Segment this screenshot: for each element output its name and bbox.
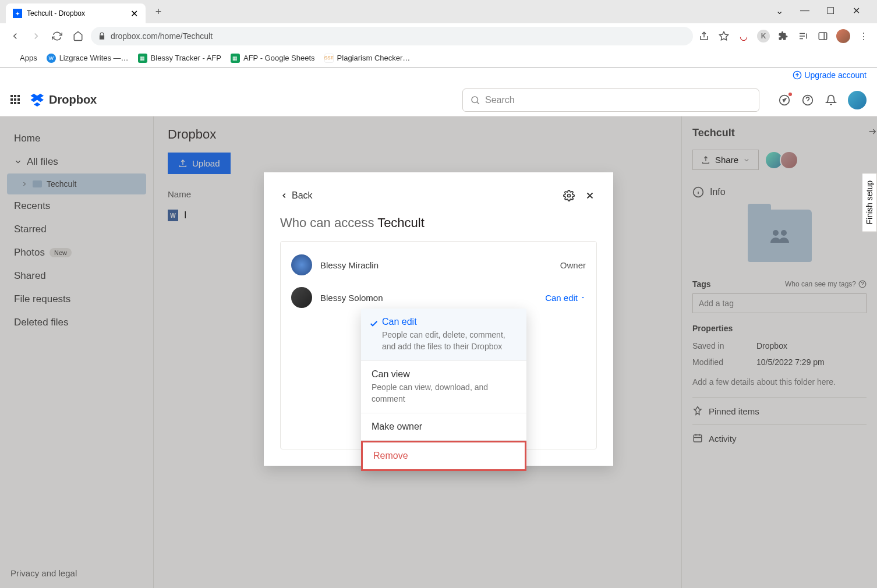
upgrade-label: Upgrade account: [804, 70, 867, 80]
app-launcher-icon[interactable]: [10, 95, 21, 105]
back-button[interactable]: [7, 28, 23, 44]
chevron-down-icon[interactable]: ⌄: [769, 5, 790, 16]
bookmark-apps[interactable]: Apps: [7, 54, 37, 63]
settings-icon[interactable]: [562, 189, 576, 203]
popover-title: Can edit: [382, 317, 516, 327]
bookmark-label: Lizgrace Writes —…: [59, 54, 129, 62]
reload-button[interactable]: [49, 28, 65, 44]
mcafee-icon[interactable]: ◡: [737, 30, 750, 42]
bookmark-blessy-tracker[interactable]: ▦ Blessy Tracker - AFP: [138, 54, 221, 63]
tab-title: Techcult - Dropbox: [27, 9, 125, 17]
tab-close-icon[interactable]: ✕: [129, 9, 139, 18]
browser-menu-icon[interactable]: ⋮: [857, 30, 870, 42]
dropbox-favicon: ✦: [13, 9, 22, 18]
popover-title: Can view: [372, 369, 516, 380]
caret-down-icon: [580, 295, 586, 300]
search-placeholder: Search: [485, 95, 515, 105]
chevron-left-icon: [280, 192, 288, 200]
upgrade-icon: [793, 70, 802, 80]
avatar: [291, 254, 312, 275]
profile-k-icon[interactable]: K: [757, 30, 770, 42]
popover-item-can-edit[interactable]: Can edit People can edit, delete, commen…: [361, 309, 526, 361]
new-tab-button[interactable]: +: [150, 3, 167, 20]
svg-point-2: [472, 97, 478, 103]
sidepanel-icon[interactable]: [816, 30, 829, 42]
person-name: Blessy Solomon: [320, 293, 545, 303]
url-text: dropbox.com/home/Techcult: [111, 31, 213, 41]
minimize-icon[interactable]: —: [794, 5, 815, 16]
modal-back-button[interactable]: Back: [280, 190, 313, 201]
forward-button[interactable]: [28, 28, 44, 44]
finish-setup-tab[interactable]: Finish setup: [862, 173, 877, 232]
notification-dot-icon: [788, 93, 792, 96]
home-button[interactable]: [70, 28, 86, 44]
user-avatar[interactable]: [848, 91, 867, 109]
modal-folder-name: Techcult: [377, 215, 425, 230]
reading-list-icon[interactable]: [797, 30, 809, 42]
popover-item-can-view[interactable]: Can view People can view, download, and …: [361, 361, 526, 413]
popover-title: Remove: [373, 451, 514, 461]
search-input[interactable]: Search: [462, 88, 759, 112]
bookmark-lizgrace[interactable]: W Lizgrace Writes —…: [47, 54, 129, 63]
maximize-icon[interactable]: ☐: [820, 5, 841, 16]
close-window-icon[interactable]: ✕: [846, 5, 867, 16]
browser-avatar[interactable]: [836, 29, 850, 43]
bookmark-label: Plagiarism Checker…: [337, 54, 411, 62]
modal-title-prefix: Who can access: [280, 215, 377, 230]
svg-rect-0: [819, 33, 827, 40]
bookmark-label: AFP - Google Sheets: [243, 54, 315, 62]
extensions-icon[interactable]: [777, 30, 790, 42]
person-row-owner: Blessy Miraclin Owner: [291, 249, 586, 281]
permission-popover: Can edit People can edit, delete, commen…: [361, 309, 526, 471]
logo-text: Dropbox: [49, 93, 97, 107]
avatar: [291, 287, 312, 308]
share-page-icon[interactable]: [698, 30, 710, 42]
notifications-icon[interactable]: [825, 94, 837, 107]
bookmark-afp-sheets[interactable]: ▦ AFP - Google Sheets: [231, 54, 315, 63]
explore-icon[interactable]: [778, 94, 791, 107]
bookmark-star-icon[interactable]: [717, 30, 730, 42]
svg-point-10: [568, 194, 571, 197]
person-name: Blessy Miraclin: [320, 260, 560, 270]
permission-dropdown[interactable]: Can edit: [545, 293, 586, 303]
dropbox-logo[interactable]: Dropbox: [30, 93, 97, 107]
close-modal-icon[interactable]: [583, 189, 597, 203]
popover-title: Make owner: [372, 421, 516, 432]
popover-desc: People can edit, delete, comment, and ad…: [382, 330, 516, 352]
dropbox-glyph-icon: [30, 94, 45, 107]
check-icon: [369, 319, 379, 328]
bookmark-label: Blessy Tracker - AFP: [151, 54, 221, 62]
permission-label: Can edit: [545, 293, 578, 303]
help-icon[interactable]: [801, 94, 814, 107]
lock-icon: [98, 32, 106, 40]
browser-tab[interactable]: ✦ Techcult - Dropbox ✕: [6, 3, 146, 23]
popover-item-make-owner[interactable]: Make owner: [361, 413, 526, 441]
bookmark-label: Apps: [20, 54, 37, 62]
search-icon: [470, 95, 480, 105]
upgrade-link[interactable]: Upgrade account: [793, 70, 867, 80]
popover-desc: People can view, download, and comment: [372, 382, 516, 405]
person-role: Owner: [560, 260, 586, 270]
back-label: Back: [292, 190, 313, 201]
bookmark-plagiarism[interactable]: SST Plagiarism Checker…: [324, 54, 411, 63]
popover-item-remove[interactable]: Remove: [361, 441, 526, 471]
modal-title: Who can access Techcult: [280, 215, 597, 231]
address-bar[interactable]: dropbox.com/home/Techcult: [91, 27, 693, 45]
